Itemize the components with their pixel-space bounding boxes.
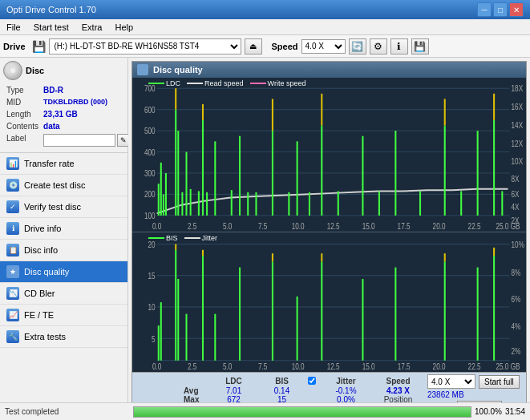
svg-text:100: 100 xyxy=(144,211,156,220)
content-area: Disc quality LDC Read speed xyxy=(128,58,530,420)
svg-rect-110 xyxy=(362,279,363,361)
disc-quality-icon: ★ xyxy=(6,265,19,278)
svg-rect-70 xyxy=(321,94,322,126)
verify-test-disc-label: Verify test disc xyxy=(24,202,81,212)
chart1-legend: LDC Read speed Write speed xyxy=(148,79,305,87)
type-value: BD-R xyxy=(42,85,131,95)
progress-text: 100.0% xyxy=(475,407,502,416)
disc-section: Disc Type BD-R MID TDKBLDRBD (000) Lengt… xyxy=(0,58,127,153)
drive-select[interactable]: (H:) HL-DT-ST BD-RE WH16NS58 TST4 xyxy=(49,38,241,55)
svg-rect-71 xyxy=(444,99,446,125)
close-button[interactable]: ✕ xyxy=(509,2,524,17)
disc-info-table: Type BD-R MID TDKBLDRBD (000) Length 23,… xyxy=(3,83,133,149)
refresh-button[interactable]: 🔄 xyxy=(349,38,366,55)
svg-rect-35 xyxy=(158,184,160,216)
svg-rect-104 xyxy=(202,256,204,361)
create-test-disc-label: Create test disc xyxy=(24,180,85,190)
svg-text:8X: 8X xyxy=(512,174,520,184)
sidebar-item-create-test-disc[interactable]: 💿 Create test disc xyxy=(0,175,127,196)
drive-label: Drive xyxy=(3,42,26,51)
svg-text:20.0: 20.0 xyxy=(433,221,446,231)
svg-text:5.0: 5.0 xyxy=(223,221,232,231)
svg-text:10.0: 10.0 xyxy=(292,361,305,372)
svg-rect-114 xyxy=(493,256,495,361)
minimize-button[interactable]: ─ xyxy=(477,2,492,17)
start-full-button[interactable]: Start full xyxy=(479,375,520,389)
disc-label-input[interactable] xyxy=(43,134,115,147)
sidebar-item-cd-bler[interactable]: 📉 CD Bler xyxy=(0,283,127,305)
svg-rect-112 xyxy=(444,261,446,360)
eject-button[interactable]: ⏏ xyxy=(245,38,262,55)
svg-text:15: 15 xyxy=(148,270,156,281)
svg-text:22.5: 22.5 xyxy=(468,361,481,372)
avg-label: Avg xyxy=(184,386,208,395)
settings-button[interactable]: ⚙ xyxy=(370,38,387,55)
svg-rect-39 xyxy=(175,110,176,216)
main-layout: Disc Type BD-R MID TDKBLDRBD (000) Lengt… xyxy=(0,58,530,420)
svg-rect-61 xyxy=(419,191,421,215)
avg-jitter: -0.1% xyxy=(320,386,372,395)
bis-color xyxy=(148,237,164,239)
svg-text:600: 600 xyxy=(144,105,156,115)
svg-text:7.5: 7.5 xyxy=(258,221,267,231)
length-label: Length xyxy=(5,109,40,119)
time-text: 31:54 xyxy=(505,407,525,416)
sidebar-item-drive-info[interactable]: ℹ Drive info xyxy=(0,218,127,240)
mid-label: MID xyxy=(5,97,40,107)
menu-help[interactable]: Help xyxy=(111,22,136,33)
svg-rect-60 xyxy=(394,131,396,216)
chart2-svg: 20 15 10 5 10% 8% 6% 4% 2% xyxy=(132,232,526,372)
svg-rect-67 xyxy=(175,88,176,109)
read-speed-color xyxy=(187,83,203,84)
status-text: Test completed xyxy=(5,407,59,416)
jitter-checkbox[interactable] xyxy=(308,377,316,385)
sidebar-item-transfer-rate[interactable]: 📊 Transfer rate xyxy=(0,153,127,175)
svg-rect-111 xyxy=(394,267,396,360)
svg-rect-116 xyxy=(202,250,204,256)
legend-write-speed: Write speed xyxy=(250,79,306,87)
sidebar-item-disc-info[interactable]: 📋 Disc info xyxy=(0,240,127,261)
save-button[interactable]: 💾 xyxy=(411,38,429,55)
svg-rect-107 xyxy=(272,261,273,360)
bis-col-header: BIS xyxy=(260,377,304,386)
svg-rect-63 xyxy=(460,191,462,215)
chart-ldc: LDC Read speed Write speed xyxy=(132,78,526,232)
title-bar: Opti Drive Control 1.70 ─ □ ✕ xyxy=(0,0,530,19)
svg-rect-118 xyxy=(321,253,322,261)
menu-start-test[interactable]: Start test xyxy=(30,22,72,33)
svg-rect-62 xyxy=(444,125,446,215)
svg-rect-57 xyxy=(338,191,339,215)
svg-rect-52 xyxy=(272,131,273,216)
svg-rect-113 xyxy=(477,267,479,360)
menu-file[interactable]: File xyxy=(3,22,24,33)
drive-icon: 💾 xyxy=(32,40,46,53)
progress-bar-container xyxy=(133,406,471,418)
sidebar-item-verify-test-disc[interactable]: ✓ Verify test disc xyxy=(0,196,127,218)
drive-info-icon: ℹ xyxy=(6,222,19,235)
svg-text:200: 200 xyxy=(144,189,156,199)
sidebar-item-disc-quality[interactable]: ★ Disc quality xyxy=(0,261,127,283)
svg-rect-68 xyxy=(202,104,204,120)
sidebar-item-extra-tests[interactable]: 🔧 Extra tests xyxy=(0,326,127,348)
svg-text:10: 10 xyxy=(148,302,156,313)
sidebar: Disc Type BD-R MID TDKBLDRBD (000) Lengt… xyxy=(0,58,128,420)
disc-quality-label: Disc quality xyxy=(24,267,69,277)
info-button[interactable]: ℹ xyxy=(390,38,408,55)
svg-rect-43 xyxy=(190,189,192,216)
speed-select-quality[interactable]: 4.0 X xyxy=(427,374,475,389)
svg-rect-36 xyxy=(160,163,162,216)
svg-rect-42 xyxy=(185,152,187,216)
verify-test-disc-icon: ✓ xyxy=(6,200,19,213)
maximize-button[interactable]: □ xyxy=(493,2,508,17)
cd-bler-icon: 📉 xyxy=(6,287,19,300)
svg-text:16X: 16X xyxy=(512,102,524,111)
fe-te-icon: 📈 xyxy=(6,309,19,321)
svg-text:15.0: 15.0 xyxy=(362,221,375,231)
contents-label: Contents xyxy=(5,121,40,131)
svg-text:12.5: 12.5 xyxy=(327,361,340,372)
menu-extra[interactable]: Extra xyxy=(79,22,106,33)
panel-header: Disc quality xyxy=(132,62,526,78)
svg-text:18X: 18X xyxy=(512,83,524,93)
sidebar-item-fe-te[interactable]: 📈 FE / TE xyxy=(0,305,127,326)
speed-select-drive[interactable]: 4.0 X xyxy=(301,39,346,54)
